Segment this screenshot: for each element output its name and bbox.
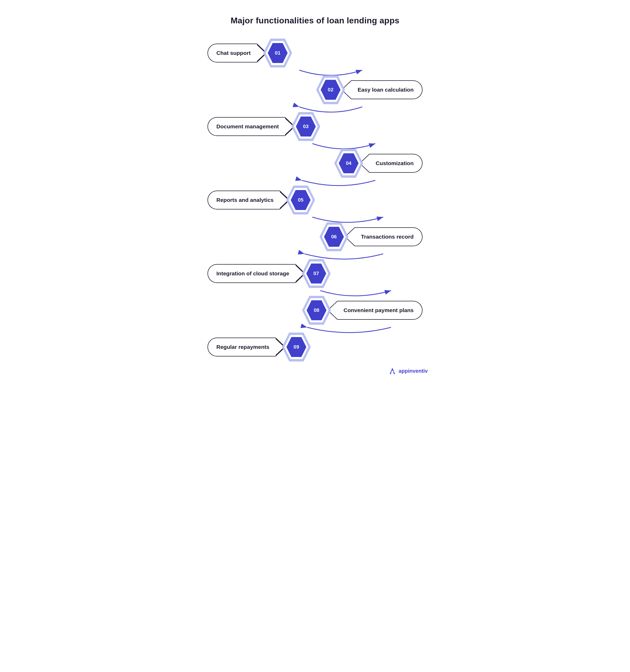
spacer-07-08 [200, 291, 430, 296]
pill-05: Reports and analytics [207, 191, 290, 210]
pill-02: Easy loan calculation [341, 80, 423, 99]
pill-body-08: Convenient payment plans [337, 301, 423, 320]
page-title: Major functionalities of loan lending ap… [197, 16, 433, 25]
spacer-04-05 [200, 180, 430, 186]
pill-body-09: Regular repayments [207, 338, 276, 357]
feature-row-05: Reports and analytics 05 [200, 186, 430, 214]
hex-badge-09: 09 [282, 333, 311, 361]
hex-badge-04: 04 [334, 149, 363, 178]
feature-row-03: Document management 03 [200, 112, 430, 141]
pill-body-04: Customization [369, 154, 423, 173]
appinventiv-logo: appinventiv [388, 367, 428, 375]
features-container: Chat support 01 [200, 39, 430, 361]
logo-icon [388, 367, 397, 375]
hex-badge-01: 01 [263, 39, 292, 68]
feature-row-01: Chat support 01 [200, 39, 430, 68]
pill-body-01: Chat support [207, 44, 257, 63]
hex-badge-05: 05 [286, 186, 315, 214]
spacer-06-07 [200, 254, 430, 259]
pill-03: Document management [207, 117, 295, 136]
spacer-01-02 [200, 70, 430, 75]
hex-badge-06: 06 [320, 222, 348, 251]
spacer-03-04 [200, 144, 430, 149]
pill-body-03: Document management [207, 117, 285, 136]
pill-body-06: Transactions record [355, 227, 423, 246]
pill-01: Chat support [207, 44, 267, 63]
pill-06: Transactions record [345, 227, 423, 246]
pill-body-07: Integration of cloud storage [207, 264, 296, 283]
feature-row-06: 06 Transactions record [200, 222, 430, 251]
pill-09: Regular repayments [207, 338, 286, 357]
spacer-08-09 [200, 327, 430, 333]
brand-area: appinventiv [197, 367, 433, 375]
spacer-05-06 [200, 217, 430, 222]
pill-07: Integration of cloud storage [207, 264, 306, 283]
spacer-02-03 [200, 107, 430, 112]
pill-body-02: Easy loan calculation [351, 80, 423, 99]
brand-name: appinventiv [399, 368, 428, 374]
feature-row-08: 08 Convenient payment plans [200, 296, 430, 325]
svg-marker-8 [390, 368, 395, 374]
hex-badge-08: 08 [302, 296, 331, 325]
hex-badge-07: 07 [302, 259, 331, 288]
feature-row-09: Regular repayments 09 [200, 333, 430, 361]
pill-08: Convenient payment plans [327, 301, 423, 320]
hex-badge-03: 03 [292, 112, 320, 141]
pill-04: Customization [359, 154, 423, 173]
feature-row-02: 02 Easy loan calculation [200, 75, 430, 104]
pill-body-05: Reports and analytics [207, 191, 280, 210]
feature-row-07: Integration of cloud storage 07 [200, 259, 430, 288]
feature-row-04: 04 Customization [200, 149, 430, 178]
hex-badge-02: 02 [316, 75, 345, 104]
page-container: Major functionalities of loan lending ap… [192, 5, 438, 391]
